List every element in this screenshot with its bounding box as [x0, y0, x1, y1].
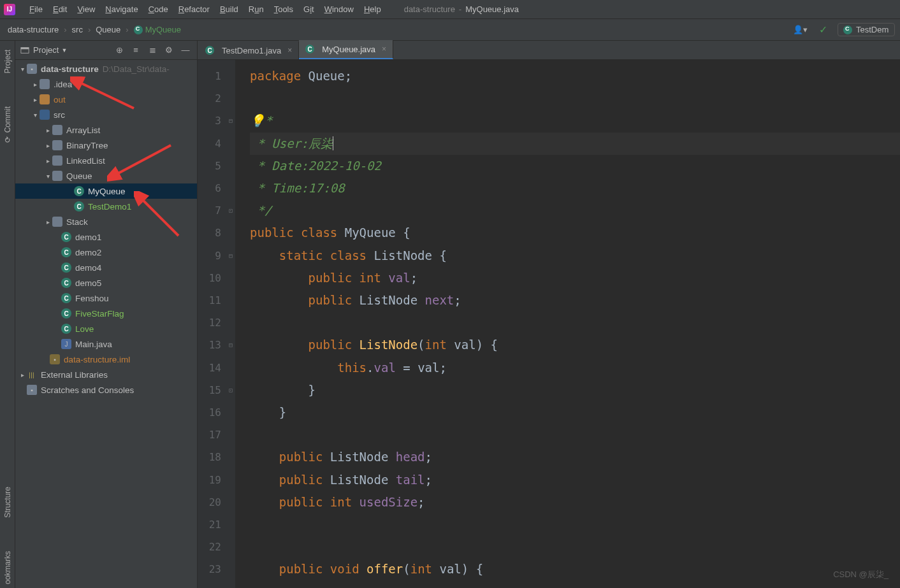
- class-icon: C: [61, 324, 71, 334]
- tree-external-libs[interactable]: ▸⫼External Libraries: [15, 367, 197, 382]
- expand-all-button[interactable]: ≡: [129, 44, 142, 57]
- class-icon: C: [61, 247, 71, 257]
- menu-help[interactable]: Help: [359, 4, 386, 14]
- class-icon: C: [74, 201, 84, 212]
- app-logo-icon: IJ: [4, 4, 15, 15]
- expand-icon[interactable]: ▸: [18, 371, 27, 378]
- tree-file[interactable]: Cdemo2: [15, 245, 197, 260]
- main-area: Project ⟳ Commit Structure ookmarks Proj…: [0, 41, 900, 588]
- collapse-icon[interactable]: ▾: [43, 173, 52, 180]
- tab-myqueue[interactable]: CMyQueue.java×: [299, 40, 393, 59]
- tree-file[interactable]: Cdemo4: [15, 260, 197, 275]
- project-view-selector[interactable]: Project ▼: [20, 45, 67, 55]
- menu-tools[interactable]: Tools: [269, 4, 298, 14]
- menu-refactor[interactable]: Refactor: [173, 4, 215, 14]
- collapse-icon[interactable]: ▾: [31, 111, 40, 118]
- tree-src[interactable]: ▾ src: [15, 107, 197, 122]
- menu-run[interactable]: Run: [243, 4, 269, 14]
- locate-button[interactable]: ⊕: [113, 44, 126, 57]
- tree-folder[interactable]: ▸Stack: [15, 214, 197, 229]
- fold-icon[interactable]: ⊡: [229, 199, 233, 222]
- fold-icon[interactable]: ⊟: [229, 334, 233, 356]
- class-icon: [843, 25, 852, 34]
- fold-icon[interactable]: ⊡: [229, 379, 233, 401]
- build-button[interactable]: ✓: [815, 22, 831, 38]
- tree-file[interactable]: CFiveStarFlag: [15, 306, 197, 321]
- tree-file[interactable]: Cdemo5: [15, 275, 197, 290]
- tree-folder[interactable]: ▸LinkedList: [15, 153, 197, 168]
- tree-file[interactable]: Cdemo1: [15, 229, 197, 245]
- menu-file[interactable]: File: [24, 4, 48, 14]
- package-icon: [52, 140, 62, 150]
- chevron-right-icon: ›: [88, 25, 91, 34]
- settings-button[interactable]: ⚙: [163, 44, 175, 57]
- class-icon: C: [61, 293, 71, 303]
- menu-code[interactable]: Code: [143, 4, 173, 14]
- run-config-label: TestDem: [856, 25, 889, 34]
- menu-window[interactable]: Window: [319, 4, 359, 14]
- module-icon: ▪: [27, 64, 37, 74]
- menu-build[interactable]: Build: [215, 4, 243, 14]
- tab-testdemo1[interactable]: CTestDemo1.java×: [199, 41, 299, 59]
- crumb-src[interactable]: src: [69, 24, 85, 36]
- tree-file-mainjava[interactable]: JMain.java: [15, 336, 197, 352]
- collapse-all-button[interactable]: ≣: [146, 44, 159, 57]
- crumb-root[interactable]: data-structure: [5, 24, 61, 36]
- menu-bar: IJ File Edit View Navigate Code Refactor…: [0, 0, 900, 19]
- toolwindow-commit[interactable]: ⟳ Commit: [2, 103, 13, 147]
- expand-icon[interactable]: ▸: [43, 142, 52, 149]
- toolwindow-project[interactable]: Project: [2, 46, 13, 77]
- navigation-toolbar: data-structure › src › Queue › MyQueue 👤…: [0, 19, 900, 41]
- tree-file-iml[interactable]: ▪data-structure.iml: [15, 352, 197, 367]
- close-icon[interactable]: ×: [287, 46, 292, 55]
- class-icon: C: [61, 232, 71, 242]
- expand-icon[interactable]: ▸: [31, 81, 40, 88]
- menu-git[interactable]: Git: [298, 4, 319, 14]
- package-icon: [52, 171, 62, 181]
- expand-icon[interactable]: ▸: [31, 96, 40, 103]
- tree-file[interactable]: CLove: [15, 321, 197, 336]
- package-icon: [52, 217, 62, 227]
- user-icon[interactable]: 👤▾: [792, 22, 808, 38]
- code-editor[interactable]: 12 3⊟ 456 7⊡ 8 9⊟ 101112 13⊟ 14 15⊡ 1617…: [198, 60, 900, 588]
- tree-out[interactable]: ▸ out: [15, 92, 197, 107]
- tree-folder[interactable]: ▸ArrayList: [15, 122, 197, 138]
- expand-icon[interactable]: ▸: [43, 127, 52, 134]
- crumb-queue[interactable]: Queue: [93, 24, 123, 36]
- tree-folder-queue[interactable]: ▾Queue: [15, 168, 197, 183]
- expand-icon[interactable]: ▸: [43, 219, 52, 226]
- expand-icon[interactable]: ▸: [43, 157, 52, 164]
- package-icon: [52, 125, 62, 135]
- tree-file-testdemo1[interactable]: CTestDemo1: [15, 199, 197, 214]
- tree-idea[interactable]: ▸ .idea: [15, 76, 197, 92]
- tree-folder[interactable]: ▸BinaryTree: [15, 138, 197, 153]
- collapse-icon[interactable]: ▾: [18, 66, 27, 73]
- project-panel-header: Project ▼ ⊕ ≡ ≣ ⚙ —: [15, 41, 197, 60]
- chevron-right-icon: ›: [126, 25, 128, 34]
- hide-button[interactable]: —: [179, 44, 192, 57]
- fold-icon[interactable]: ⊟: [229, 245, 233, 267]
- menu-edit[interactable]: Edit: [48, 4, 72, 14]
- java-file-icon: J: [61, 339, 71, 349]
- toolwindow-structure[interactable]: Structure: [2, 483, 13, 522]
- tree-scratches[interactable]: ▪Scratches and Consoles: [15, 382, 197, 398]
- project-tree[interactable]: ▾ ▪ data-structure D:\Data_Str\data- ▸ .…: [15, 60, 197, 588]
- code-content[interactable]: package Queue; 💡* * User:辰柒 * Date:2022-…: [236, 60, 900, 588]
- toolwindow-bookmarks[interactable]: ookmarks: [2, 547, 13, 588]
- tree-file-myqueue[interactable]: CMyQueue: [15, 183, 197, 199]
- gutter[interactable]: 12 3⊟ 456 7⊡ 8 9⊟ 101112 13⊟ 14 15⊡ 1617…: [198, 60, 236, 588]
- class-icon: C: [74, 186, 84, 196]
- menu-view[interactable]: View: [72, 4, 100, 14]
- fold-icon[interactable]: ⊟: [229, 110, 233, 132]
- run-config-selector[interactable]: TestDem: [838, 23, 895, 36]
- breadcrumb[interactable]: data-structure › src › Queue › MyQueue: [5, 24, 184, 36]
- project-panel: Project ▼ ⊕ ≡ ≣ ⚙ — ▾ ▪ data-structure D…: [15, 41, 198, 588]
- bulb-icon[interactable]: 💡: [250, 113, 265, 127]
- menu-navigate[interactable]: Navigate: [100, 4, 143, 14]
- tree-root[interactable]: ▾ ▪ data-structure D:\Data_Str\data-: [15, 61, 197, 76]
- tree-file[interactable]: CFenshou: [15, 290, 197, 306]
- close-icon[interactable]: ×: [382, 45, 386, 54]
- class-icon: C: [61, 262, 71, 273]
- crumb-current[interactable]: MyQueue: [131, 24, 184, 36]
- editor-tabs: CTestDemo1.java× CMyQueue.java×: [198, 41, 900, 60]
